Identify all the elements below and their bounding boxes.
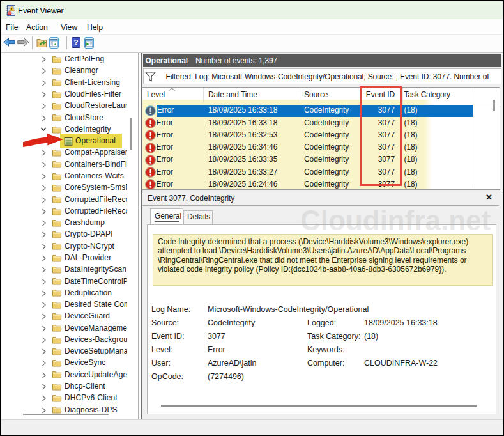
svg-text:?: ? [73, 38, 78, 46]
